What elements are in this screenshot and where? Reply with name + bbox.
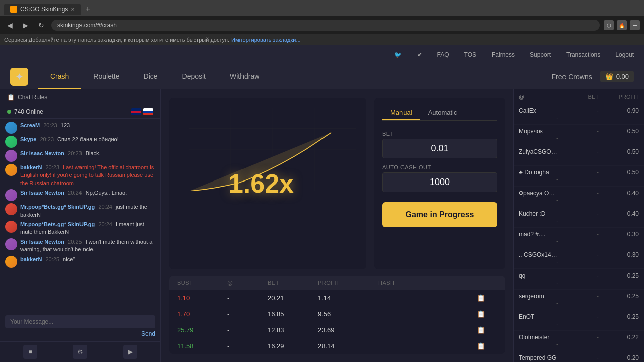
nav-tos[interactable]: TOS	[464, 51, 476, 58]
player-name: qq	[519, 272, 558, 279]
player-row: Морячок - 0.50 -	[514, 125, 644, 145]
chat-rules-label: Chat Rules	[18, 94, 47, 101]
online-count: 740 Online	[14, 108, 43, 115]
tab-close-btn[interactable]: ✕	[71, 7, 75, 12]
logo[interactable]: ✦	[10, 68, 28, 86]
col-hash: HASH	[378, 280, 477, 286]
player-at: -	[558, 169, 599, 176]
player-profit: -	[519, 114, 558, 121]
twitter-icon[interactable]: 🐦	[394, 51, 402, 58]
checkmark-icon[interactable]: ✔	[417, 51, 422, 58]
balance-value: 0.00	[616, 73, 629, 80]
msg-username: bakkerN	[20, 256, 42, 262]
new-tab-button[interactable]: +	[81, 3, 94, 16]
address-input[interactable]	[51, 20, 600, 31]
hash-copy-icon[interactable]: 📋	[477, 310, 497, 318]
player-bet: 0.25	[599, 272, 639, 279]
menu-icon[interactable]: ☰	[630, 20, 640, 30]
chat-action-icons: ■ ⚙ ▶	[0, 341, 160, 362]
settings-icon[interactable]: ⚙	[73, 345, 87, 359]
top-nav: 🐦 ✔ FAQ TOS Fairness Support Transaction…	[0, 45, 644, 64]
player-at: -	[558, 313, 599, 320]
player-profit: -	[519, 135, 558, 142]
chat-messages: ScreaM 20:23 123 Skype 20:23 Спил 22 бан…	[0, 119, 160, 311]
player-profit: -	[519, 341, 558, 348]
reload-button[interactable]: ↻	[35, 20, 47, 30]
bet-input[interactable]	[382, 139, 497, 158]
tab-dice[interactable]: Dice	[132, 64, 170, 89]
right-panel-header: @ BET PROFIT	[514, 89, 644, 104]
player-name: CaliEx	[519, 107, 558, 114]
player-row: .. CSGOx14.com - 0.30 -	[514, 248, 644, 269]
browser-tab[interactable]: CS:GO SkinKings ✕	[4, 4, 81, 15]
nav-support[interactable]: Support	[530, 51, 551, 58]
msg-time: 20:23	[43, 122, 57, 128]
bust-val: 1.70	[177, 310, 227, 318]
import-link[interactable]: Импортировать закладки...	[231, 37, 300, 43]
bust-val: 11.58	[177, 342, 227, 350]
player-name: .. CSGOx14.com	[519, 251, 558, 258]
back-button[interactable]: ◀	[4, 20, 16, 30]
player-at: -	[558, 272, 599, 279]
game-action-button[interactable]: Game in Progress	[382, 202, 497, 227]
col-bet: BET	[268, 280, 318, 286]
player-row: ♣ Do rogha - 0.50 -	[514, 166, 644, 187]
nav-faq[interactable]: FAQ	[437, 51, 449, 58]
msg-username: bakkerN	[20, 164, 42, 170]
chat-message: Skype 20:23 Спил 22 бана и обидно!	[5, 136, 155, 148]
automatic-tab[interactable]: Automatic	[420, 106, 465, 120]
chat-message: Sir Isaac Newton 20:25 I won't mute them…	[5, 238, 155, 254]
nav-logout[interactable]: Logout	[615, 51, 634, 58]
stop-icon[interactable]: ■	[23, 345, 37, 359]
chat-input[interactable]	[5, 315, 155, 328]
player-bet: 0.50	[599, 169, 639, 176]
tab-roulette[interactable]: Roulette	[81, 64, 131, 89]
player-at: -	[558, 210, 599, 217]
msg-username: ScreaM	[20, 122, 40, 128]
forward-button[interactable]: ▶	[20, 20, 31, 30]
uk-flag[interactable]	[131, 108, 141, 115]
cash-out-label: AUTO CASH OUT	[382, 164, 497, 170]
msg-username: Sir Isaac Newton	[20, 239, 64, 245]
player-row: sergerom - 0.25 -	[514, 290, 644, 310]
manual-tab[interactable]: Manual	[382, 106, 420, 120]
tab-crash[interactable]: Crash	[38, 64, 81, 89]
player-at: -	[558, 190, 599, 197]
crash-chart: 1.8x 1.6x 1.4x 1.2x 0 2 4 6 8 1.62x	[169, 98, 366, 269]
msg-username: Mr.poop*Bets.gg* SkinUP.gg	[20, 221, 95, 227]
tab-title: CS:GO SkinKings	[20, 6, 68, 13]
balance-box: 👑 0.00	[600, 71, 634, 82]
player-row: Франсуа Олланд - 0.40 -	[514, 187, 644, 207]
tab-withdraw[interactable]: Withdraw	[218, 64, 271, 89]
msg-time: 20:24	[68, 190, 82, 196]
chat-message: bakkerN 20:25 nice"	[5, 256, 155, 268]
nav-transactions[interactable]: Transactions	[566, 51, 600, 58]
cash-out-input[interactable]	[382, 172, 497, 192]
col-at: @	[227, 280, 268, 286]
player-row: Olofmeister - 0.22 -	[514, 331, 644, 351]
msg-content: bakkerN 20:25 nice"	[20, 256, 155, 263]
play-icon[interactable]: ▶	[123, 345, 137, 359]
ru-flag[interactable]	[143, 108, 153, 115]
player-bet: 0.90	[599, 107, 639, 114]
msg-content: Mr.poop*Bets.gg* SkinUP.gg 20:24 I meant…	[20, 221, 155, 236]
player-profit: -	[519, 155, 558, 162]
player-bet: 0.50	[599, 128, 639, 135]
hash-copy-icon[interactable]: 📋	[477, 342, 497, 350]
right-panel: @ BET PROFIT CaliEx - 0.90 - Морячок - 0…	[513, 89, 644, 362]
bookmarks-text: Сервисы Добавляйте на эту панель закладк…	[4, 37, 229, 43]
free-crowns-button[interactable]: Free Crowns	[552, 73, 592, 81]
tab-deposit[interactable]: Deposit	[170, 64, 218, 89]
tab-bar: CS:GO SkinKings ✕ +	[0, 0, 644, 16]
hash-copy-icon[interactable]: 📋	[477, 294, 497, 302]
chat-send-button[interactable]: Send	[141, 330, 155, 337]
hash-copy-icon[interactable]: 📋	[477, 326, 497, 334]
msg-time: 20:23	[40, 136, 54, 142]
app-container: 🐦 ✔ FAQ TOS Fairness Support Transaction…	[0, 45, 644, 362]
player-name: Olofmeister	[519, 334, 558, 341]
nav-fairness[interactable]: Fairness	[492, 51, 515, 58]
player-name: EnOT	[519, 313, 558, 320]
msg-time: 20:25	[68, 239, 82, 245]
bet-val: 16.29	[268, 342, 318, 350]
msg-time: 20:23	[68, 150, 82, 156]
